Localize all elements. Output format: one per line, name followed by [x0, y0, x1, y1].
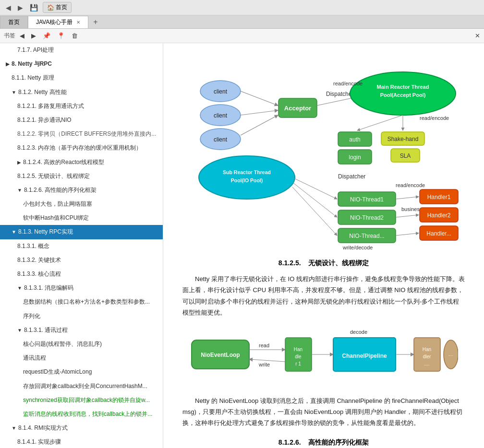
triangle-icon: ▼	[12, 228, 16, 236]
sidebar-item-s27[interactable]: ▼8.1.4. RMI实现方式	[0, 421, 163, 435]
sidebar-item-s10[interactable]: ▼8.1.2.6. 高性能的序列化框架	[0, 183, 163, 197]
svg-line-49	[292, 187, 337, 236]
diagram1-container: client client client Acceptor Dispatcher	[182, 58, 465, 249]
svg-text:Dispatcher: Dispatcher	[338, 173, 365, 180]
sidebar-item-s23[interactable]: requestID生成-AtomicLong	[0, 365, 163, 379]
sidebar-item-s6[interactable]: 8.1.2.2. 零拷贝（DIRECT BUFFERS使用堆外直接内...	[0, 127, 163, 141]
sidebar-item-s14[interactable]: 8.1.3.1. 概念	[0, 239, 163, 253]
bookmark-pin2-button[interactable]: 📍	[55, 31, 67, 40]
sidebar-item-s12[interactable]: 软中断Hash值和CPU绑定	[0, 211, 163, 225]
section-825-title: 无锁设计、线程绑定	[308, 259, 369, 267]
bookmark-prev-button[interactable]: ◀	[17, 31, 27, 40]
sidebar-item-s18[interactable]: 息数据结构（接口名称+方法名+参数类型和参数...	[0, 295, 163, 309]
svg-line-48	[292, 182, 337, 217]
sidebar-item-label: synchronized获取回调对象callback的锁并自旋w...	[23, 397, 150, 403]
diagram2-container: NioEventLoop read write Han dle r 1 deco…	[182, 323, 465, 386]
sidebar-item-label: 8.1.3.3. 核心流程	[17, 271, 61, 277]
sidebar-item-s11[interactable]: 小包封大包，防止网络阻塞	[0, 197, 163, 211]
section-826-heading: 8.1.2.6. 高性能的序列化框架	[182, 438, 465, 447]
para3: Netty 的 NioEventLoop 读取到消息之后，直接调用 Channe…	[182, 395, 465, 429]
sidebar-item-s8[interactable]: ▶8.1.2.4. 高效的Reactor线程模型	[0, 155, 163, 169]
sidebar-item-label: 序列化	[23, 313, 40, 319]
sidebar-item-s20[interactable]: ▼8.1.3.1. 通讯过程	[0, 323, 163, 337]
sidebar-item-label: 8.1.3.1. 通讯过程	[24, 327, 68, 333]
sidebar-item-s16[interactable]: 8.1.3.3. 核心流程	[0, 267, 163, 281]
sidebar-item-s24[interactable]: 存放回调对象callback到全局ConcurrentHashM...	[0, 379, 163, 393]
svg-text:write: write	[258, 362, 270, 367]
sidebar-item-s2[interactable]: 8.1.1. Netty 原理	[0, 71, 163, 85]
home-label: 首页	[56, 3, 67, 12]
svg-text:Acceptor: Acceptor	[284, 105, 311, 112]
sidebar-item-label: 8.1.2.4. 高效的Reactor线程模型	[23, 159, 104, 165]
triangle-icon: ▼	[17, 327, 22, 334]
svg-text:dle: dle	[295, 354, 302, 359]
svg-line-8	[241, 115, 278, 135]
para3-text: Netty 的 NioEventLoop 读取到消息之后，直接调用 Channe…	[182, 397, 462, 427]
sidebar-item-s28[interactable]: 8.1.4.1. 实现步骤	[0, 435, 163, 448]
svg-text:login: login	[349, 154, 361, 161]
toolbar-close-button[interactable]: ✕	[475, 32, 480, 39]
sidebar-item-label: 8.1.3.1. 概念	[17, 243, 49, 249]
bookmark-pin-button[interactable]: 📌	[40, 31, 53, 40]
tab-close-icon[interactable]: ✕	[76, 20, 80, 25]
svg-text:NIO-Thread2: NIO-Thread2	[350, 214, 384, 221]
svg-text:....: ....	[424, 361, 429, 366]
tab-home-label: 首页	[8, 18, 20, 26]
svg-text:NIO-Thread1: NIO-Thread1	[350, 196, 384, 203]
sidebar-item-label: 核心问题(线程暂停、消息乱序)	[23, 341, 102, 347]
sidebar-item-label: 8.1.2.1. 异步通讯NIO	[17, 117, 72, 123]
sidebar-item-label: 8.1.2.1. 多路复用通讯方式	[17, 103, 84, 109]
sidebar-item-label: 7.1.7. API处理	[17, 47, 54, 53]
svg-text:auth: auth	[349, 136, 360, 143]
sidebar-item-label: 息数据结构（接口名称+方法名+参数类型和参数...	[23, 298, 150, 305]
sidebar-item-label: 8.1.2.6. 高性能的序列化框架	[24, 187, 97, 193]
sidebar-item-s25[interactable]: synchronized获取回调对象callback的锁并自旋w...	[0, 393, 163, 407]
home-button[interactable]: 🏠 首页	[43, 2, 72, 13]
sidebar-item-s19[interactable]: 序列化	[0, 309, 163, 323]
section-825-heading: 8.1.2.5. 无锁设计、线程绑定	[182, 259, 465, 268]
sidebar-item-label: 监听消息的线程收到消息，找到callback上的锁并...	[23, 411, 152, 417]
svg-text:Sub Reactor Thread: Sub Reactor Thread	[223, 169, 271, 175]
sidebar-item-s5[interactable]: 8.1.2.1. 异步通讯NIO	[0, 113, 163, 127]
sidebar-item-s0[interactable]: 7.1.7. API处理	[0, 43, 163, 57]
sidebar-item-label: 小包封大包，防止网络阻塞	[23, 200, 92, 207]
triangle-icon: ▶	[6, 60, 10, 68]
svg-text:dler: dler	[423, 354, 431, 359]
svg-text:client: client	[214, 136, 228, 143]
tab-bar: 首页 JAVA核心手册 ✕ +	[0, 15, 484, 29]
back-button[interactable]: ◀	[4, 3, 13, 12]
sidebar-item-s4[interactable]: 8.1.2.1. 多路复用通讯方式	[0, 99, 163, 113]
sidebar-item-s15[interactable]: 8.1.3.2. 关键技术	[0, 253, 163, 267]
triangle-icon: ▼	[17, 284, 22, 292]
sidebar-item-s21[interactable]: 核心问题(线程暂停、消息乱序)	[0, 337, 163, 351]
tab-add-button[interactable]: +	[88, 16, 102, 28]
sidebar-item-s1[interactable]: ▶8. Netty 与RPC	[0, 57, 163, 71]
sidebar-item-s22[interactable]: 通讯流程	[0, 351, 163, 365]
sidebar-item-s7[interactable]: 8.1.2.3. 内存池（基于内存池的缓冲区重用机制）	[0, 141, 163, 155]
bookmark-next-button[interactable]: ▶	[29, 31, 38, 40]
sidebar-item-s17[interactable]: ▼8.1.3.1. 消息编解码	[0, 281, 163, 295]
svg-text:....: ....	[448, 352, 453, 357]
sidebar-item-s3[interactable]: ▼8.1.2. Netty 高性能	[0, 85, 163, 99]
svg-text:Shake-hand: Shake-hand	[387, 136, 419, 142]
svg-text:Han: Han	[294, 347, 302, 352]
triangle-icon: ▼	[17, 187, 22, 194]
tab-java[interactable]: JAVA核心手册 ✕	[28, 16, 88, 28]
toolbar: 书签 ◀ ▶ 📌 📍 🗑 ✕	[0, 29, 484, 43]
sidebar-item-label: 8.1.4.1. 实现步骤	[17, 438, 61, 445]
top-bar: ◀ ▶ 💾 🏠 首页	[0, 0, 484, 15]
svg-text:Han: Han	[423, 347, 431, 352]
bookmark-delete-button[interactable]: 🗑	[69, 31, 80, 40]
svg-text:Handler1: Handler1	[427, 194, 451, 200]
svg-text:read/encode: read/encode	[333, 81, 363, 86]
sidebar-item-s26[interactable]: 监听消息的线程收到消息，找到callback上的锁并...	[0, 407, 163, 421]
triangle-icon: ▼	[12, 424, 16, 432]
sidebar-item-s13[interactable]: ▼8.1.3. Netty RPC实现	[0, 225, 163, 239]
sidebar-item-label: 通讯流程	[23, 354, 46, 361]
tab-home[interactable]: 首页	[0, 16, 28, 28]
forward-button[interactable]: ▶	[16, 3, 25, 12]
sidebar-item-s9[interactable]: 8.1.2.5. 无锁设计、线程绑定	[0, 169, 163, 183]
save-button[interactable]: 💾	[28, 3, 40, 12]
svg-text:read/encode: read/encode	[420, 115, 449, 121]
sidebar: 7.1.7. API处理 ▶8. Netty 与RPC 8.1.1. Netty…	[0, 43, 163, 448]
